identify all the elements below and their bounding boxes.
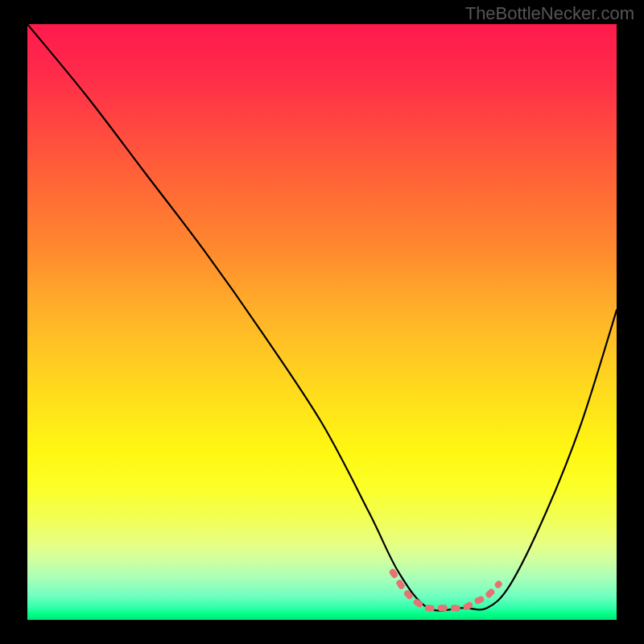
- bottleneck-curve: [27, 24, 617, 610]
- plot-area: [27, 24, 617, 620]
- curve-svg: [27, 24, 617, 620]
- highlight-segment: [393, 572, 499, 609]
- chart-container: TheBottleNecker.com: [0, 0, 644, 644]
- watermark-text: TheBottleNecker.com: [465, 3, 634, 24]
